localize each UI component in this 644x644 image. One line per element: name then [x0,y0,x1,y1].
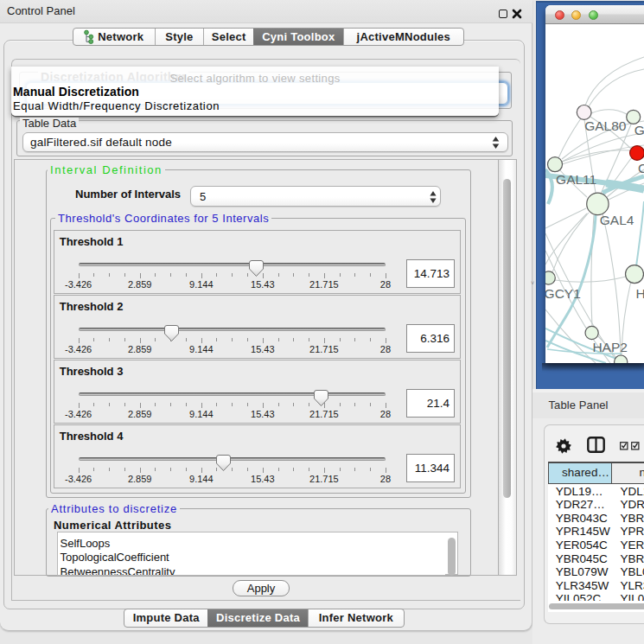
svg-text:HAP2: HAP2 [592,340,628,354]
svg-text:GAL4: GAL4 [600,213,634,227]
svg-text:GAL11: GAL11 [556,172,596,187]
svg-text:GAL2: GAL2 [634,123,644,137]
svg-text:HIS: HIS [636,286,644,301]
svg-text:GCY1: GCY1 [545,286,581,301]
svg-text:CDC: CDC [638,161,644,175]
svg-text:GAL80: GAL80 [584,118,627,133]
